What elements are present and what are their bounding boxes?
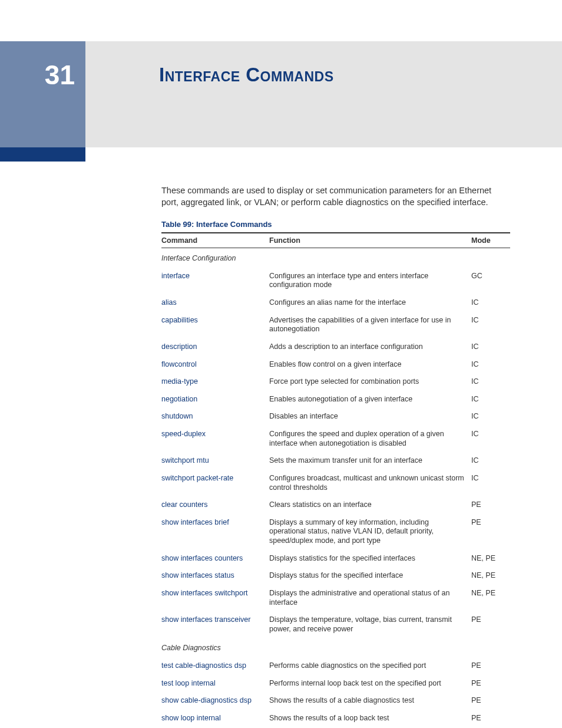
- cell-mode: NE, PE: [471, 585, 510, 611]
- table-row: speed-duplexConfigures the speed and dup…: [161, 426, 510, 452]
- cell-function: Adds a description to an interface confi…: [269, 338, 471, 356]
- cell-command: alias: [161, 294, 269, 312]
- cell-mode: PE: [471, 657, 510, 675]
- cell-function: Performs cable diagnostics on the specif…: [269, 657, 471, 675]
- table-row: switchport packet-rateConfigures broadca…: [161, 470, 510, 496]
- table-row: capabilitiesAdvertises the capabilities …: [161, 312, 510, 338]
- table-row: clear countersClears statistics on an in…: [161, 496, 510, 514]
- command-link[interactable]: capabilities: [161, 316, 198, 324]
- cell-mode: IC: [471, 452, 510, 470]
- cell-function: Performs internal loop back test on the …: [269, 675, 471, 693]
- table-row: flowcontrolEnables flow control on a giv…: [161, 356, 510, 374]
- cell-command: show cable-diagnostics dsp: [161, 692, 269, 710]
- header-accent-bar: [0, 147, 85, 162]
- command-link[interactable]: show interfaces counters: [161, 554, 243, 562]
- command-link[interactable]: show interfaces brief: [161, 518, 229, 526]
- cell-mode: NE, PE: [471, 567, 510, 585]
- cell-function: Shows the results of a loop back test: [269, 710, 471, 727]
- cell-function: Displays a summary of key information, i…: [269, 514, 471, 550]
- command-link[interactable]: show cable-diagnostics dsp: [161, 696, 252, 704]
- cell-command: flowcontrol: [161, 356, 269, 374]
- cell-mode: IC: [471, 408, 510, 426]
- cell-command: shutdown: [161, 408, 269, 426]
- table-caption: Table 99: Interface Commands: [161, 220, 510, 229]
- cell-function: Enables autonegotiation of a given inter…: [269, 391, 471, 409]
- cell-function: Shows the results of a cable diagnostics…: [269, 692, 471, 710]
- cell-command: show interfaces switchport: [161, 585, 269, 611]
- cell-mode: NE, PE: [471, 550, 510, 568]
- cell-mode: IC: [471, 338, 510, 356]
- cell-mode: IC: [471, 426, 510, 452]
- cell-command: show interfaces status: [161, 567, 269, 585]
- cell-mode: IC: [471, 312, 510, 338]
- table-row: show interfaces transceiverDisplays the …: [161, 611, 510, 638]
- table-row: test cable-diagnostics dspPerforms cable…: [161, 657, 510, 675]
- command-link[interactable]: test cable-diagnostics dsp: [161, 661, 246, 670]
- cell-command: test loop internal: [161, 675, 269, 693]
- section-title: Interface Configuration: [161, 248, 510, 268]
- cell-mode: PE: [471, 710, 510, 727]
- table-row: show interfaces countersDisplays statist…: [161, 550, 510, 568]
- cell-function: Sets the maximum transfer unit for an in…: [269, 452, 471, 470]
- table-header-row: Command Function Mode: [161, 233, 510, 248]
- cell-mode: PE: [471, 611, 510, 638]
- table-row: show interfaces switchportDisplays the a…: [161, 585, 510, 611]
- table-row: show interfaces statusDisplays status fo…: [161, 567, 510, 585]
- cell-function: Configures an interface type and enters …: [269, 268, 471, 294]
- cell-command: capabilities: [161, 312, 269, 338]
- command-link[interactable]: shutdown: [161, 412, 193, 420]
- cell-mode: PE: [471, 692, 510, 710]
- table-row: test loop internalPerforms internal loop…: [161, 675, 510, 693]
- cell-function: Configures an alias name for the interfa…: [269, 294, 471, 312]
- table-row: shutdownDisables an interfaceIC: [161, 408, 510, 426]
- intro-paragraph: These commands are used to display or se…: [161, 185, 510, 208]
- table-section-row: Interface Configuration: [161, 248, 510, 268]
- table-row: descriptionAdds a description to an inte…: [161, 338, 510, 356]
- command-link[interactable]: show interfaces transceiver: [161, 615, 250, 624]
- command-link[interactable]: alias: [161, 298, 177, 307]
- header-command: Command: [161, 233, 269, 248]
- cell-function: Advertises the capabilities of a given i…: [269, 312, 471, 338]
- cell-command: switchport packet-rate: [161, 470, 269, 496]
- cell-mode: IC: [471, 391, 510, 409]
- cell-function: Displays the administrative and operatio…: [269, 585, 471, 611]
- command-link[interactable]: media-type: [161, 377, 198, 386]
- cell-command: show interfaces counters: [161, 550, 269, 568]
- cell-command: speed-duplex: [161, 426, 269, 452]
- cell-function: Displays the temperature, voltage, bias …: [269, 611, 471, 638]
- command-link[interactable]: show interfaces status: [161, 571, 234, 579]
- command-link[interactable]: switchport mtu: [161, 456, 209, 465]
- cell-function: Displays statistics for the specified in…: [269, 550, 471, 568]
- cell-function: Configures broadcast, multicast and unkn…: [269, 470, 471, 496]
- table-row: aliasConfigures an alias name for the in…: [161, 294, 510, 312]
- cell-command: clear counters: [161, 496, 269, 514]
- table-row: negotiationEnables autonegotiation of a …: [161, 391, 510, 409]
- chapter-header: 31 Interface Commands: [0, 41, 562, 147]
- command-link[interactable]: description: [161, 342, 197, 351]
- cell-command: interface: [161, 268, 269, 294]
- cell-function: Disables an interface: [269, 408, 471, 426]
- cell-command: show interfaces brief: [161, 514, 269, 550]
- command-link[interactable]: switchport packet-rate: [161, 474, 233, 482]
- command-link[interactable]: show loop internal: [161, 714, 221, 722]
- command-link[interactable]: speed-duplex: [161, 430, 206, 438]
- cell-mode: PE: [471, 514, 510, 550]
- chapter-number: 31: [45, 59, 75, 91]
- command-link[interactable]: flowcontrol: [161, 360, 197, 368]
- cell-function: Clears statistics on an interface: [269, 496, 471, 514]
- header-mode: Mode: [471, 233, 510, 248]
- command-link[interactable]: negotiation: [161, 395, 197, 403]
- cell-command: media-type: [161, 373, 269, 391]
- command-link[interactable]: test loop internal: [161, 679, 216, 687]
- cell-command: switchport mtu: [161, 452, 269, 470]
- cell-command: description: [161, 338, 269, 356]
- table-row: show loop internalShows the results of a…: [161, 710, 510, 727]
- table-row: media-typeForce port type selected for c…: [161, 373, 510, 391]
- section-title: Cable Diagnostics: [161, 638, 510, 657]
- command-link[interactable]: interface: [161, 272, 190, 280]
- chapter-number-block: 31: [0, 41, 85, 147]
- command-link[interactable]: show interfaces switchport: [161, 589, 248, 597]
- cell-mode: IC: [471, 373, 510, 391]
- cell-function: Force port type selected for combination…: [269, 373, 471, 391]
- command-link[interactable]: clear counters: [161, 500, 208, 509]
